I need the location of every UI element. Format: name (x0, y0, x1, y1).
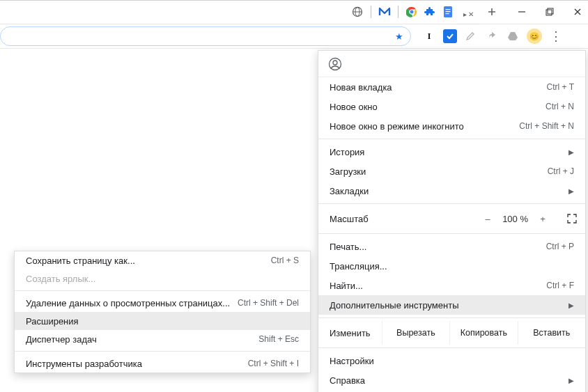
menu-help[interactable]: Справка▶ (318, 370, 585, 390)
tab-favicon: ▸ (463, 10, 467, 18)
svg-rect-9 (446, 13, 449, 14)
svg-point-14 (333, 61, 337, 65)
edit-cut[interactable]: Вырезать (382, 321, 449, 345)
svg-rect-7 (446, 9, 451, 10)
window-controls (517, 7, 582, 17)
zoom-out-button[interactable]: – (483, 214, 493, 224)
chevron-right-icon: ▶ (568, 187, 574, 195)
menu-find[interactable]: Найти...Ctrl + F (318, 276, 585, 295)
edit-copy[interactable]: Копировать (449, 321, 517, 345)
profile-row[interactable] (318, 51, 585, 77)
chevron-right-icon: ▶ (568, 377, 574, 384)
menu-edit-row: Изменить Вырезать Копировать Вставить (318, 321, 585, 345)
menu-new-tab[interactable]: Новая вкладкаCtrl + T (318, 77, 585, 97)
profile-avatar[interactable]: 😊 (527, 29, 542, 44)
checker-extension-icon[interactable] (443, 29, 457, 43)
sync-extension-icon[interactable] (485, 29, 499, 43)
edit-paste[interactable]: Вставить (518, 321, 585, 345)
chevron-right-icon: ▶ (568, 301, 574, 309)
docs-icon[interactable] (442, 6, 454, 18)
submenu-extensions[interactable]: Расширения (15, 312, 310, 330)
submenu-clear-browsing-data[interactable]: Удаление данных о просмотренных страница… (15, 294, 310, 312)
idev-extension-icon[interactable]: I (422, 29, 436, 43)
chevron-right-icon: ▶ (568, 148, 574, 156)
main-menu-button[interactable]: ⋮ (549, 29, 563, 43)
menu-downloads[interactable]: ЗагрузкиCtrl + J (318, 162, 585, 181)
malwarebytes-icon[interactable] (378, 6, 391, 18)
new-tab-button[interactable] (482, 7, 502, 17)
submenu-task-manager[interactable]: Диспетчер задачShift + Esc (15, 330, 310, 348)
background-tabs (351, 6, 454, 18)
bookmark-star-icon[interactable]: ★ (395, 31, 403, 42)
menu-history[interactable]: История▶ (318, 142, 585, 162)
maximize-icon[interactable] (545, 7, 555, 17)
menu-new-window[interactable]: Новое окноCtrl + N (318, 97, 585, 116)
more-tools-submenu: Сохранить страницу как...Ctrl + S Создат… (14, 251, 311, 373)
submenu-dev-tools[interactable]: Инструменты разработчикаCtrl + Shift + I (15, 354, 310, 373)
submenu-save-as[interactable]: Сохранить страницу как...Ctrl + S (15, 251, 310, 269)
menu-more-tools[interactable]: Дополнительные инструменты▶ (318, 295, 585, 315)
minimize-icon[interactable] (517, 7, 527, 17)
drive-extension-icon[interactable] (506, 29, 520, 43)
extensions-area: I 😊 ⋮ (422, 29, 563, 44)
highlighter-extension-icon[interactable] (464, 29, 478, 43)
tab-strip: ▸ ✕ (0, 0, 588, 24)
svg-rect-8 (446, 11, 451, 12)
toolbar: ★ I 😊 ⋮ (0, 24, 588, 49)
submenu-create-shortcut: Создать ярлык... (15, 269, 310, 288)
menu-incognito[interactable]: Новое окно в режиме инкогнитоCtrl + Shif… (318, 116, 585, 136)
menu-settings[interactable]: Настройки (318, 351, 585, 370)
main-menu: Новая вкладкаCtrl + T Новое окноCtrl + N… (318, 50, 586, 392)
chrome-icon[interactable] (405, 6, 418, 18)
menu-zoom: Масштаб – 100 % + (318, 207, 585, 230)
fullscreen-icon[interactable] (567, 214, 577, 224)
menu-print[interactable]: Печать...Ctrl + P (318, 237, 585, 256)
edit-label: Изменить (318, 321, 382, 345)
zoom-in-button[interactable]: + (538, 214, 548, 224)
puzzle-icon[interactable] (424, 6, 436, 18)
menu-bookmarks[interactable]: Закладки▶ (318, 181, 585, 201)
active-tab[interactable]: ▸ ✕ (457, 3, 479, 24)
close-icon[interactable] (573, 7, 582, 17)
svg-rect-11 (546, 10, 552, 15)
zoom-value: 100 % (502, 214, 528, 224)
menu-cast[interactable]: Трансляция... (318, 256, 585, 276)
profile-avatar-outline-icon (328, 57, 342, 71)
svg-rect-12 (548, 8, 553, 14)
tab-close-icon[interactable]: ✕ (468, 10, 474, 18)
omnibox[interactable]: ★ (0, 26, 411, 46)
globe-icon[interactable] (351, 6, 364, 18)
